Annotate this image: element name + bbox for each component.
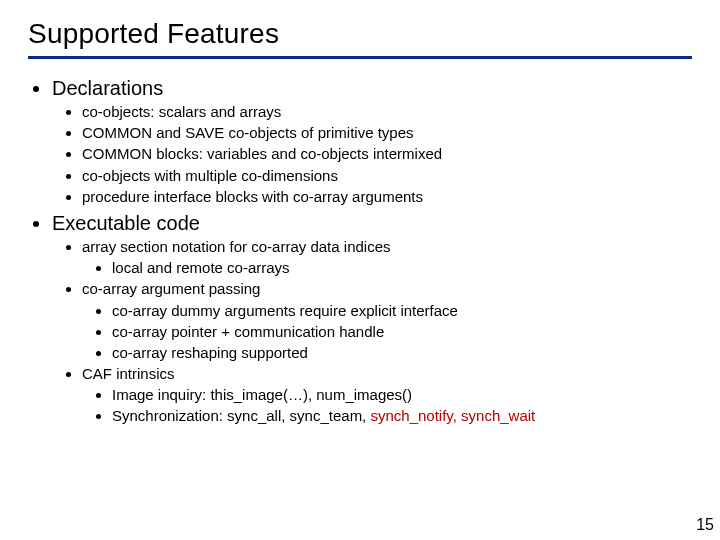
list-item: co-array reshaping supported — [112, 343, 692, 362]
section-executable-code: Executable code array section notation f… — [52, 212, 692, 426]
section-heading: Declarations — [52, 77, 163, 99]
item-text: array section notation for co-array data… — [82, 238, 391, 255]
list-item: co-array dummy arguments require explici… — [112, 301, 692, 320]
list-item-synchronization: Synchronization: sync_all, sync_team, sy… — [112, 406, 692, 425]
slide: Supported Features Declarations co-objec… — [0, 0, 720, 540]
list-item: CAF intrinsics Image inquiry: this_image… — [82, 364, 692, 426]
red-text: synch_notify — [370, 407, 452, 424]
item-text: CAF intrinsics — [82, 365, 175, 382]
section-heading: Executable code — [52, 212, 200, 234]
section-declarations: Declarations co-objects: scalars and arr… — [52, 77, 692, 206]
page-number: 15 — [696, 516, 714, 534]
red-text: , — [453, 407, 461, 424]
sub-list: co-array dummy arguments require explici… — [82, 301, 692, 363]
list-item: co-objects with multiple co-dimensions — [82, 166, 692, 185]
list-item: array section notation for co-array data… — [82, 237, 692, 277]
list-item: procedure interface blocks with co-array… — [82, 187, 692, 206]
sub-list: local and remote co-arrays — [82, 258, 692, 277]
level1-list: Declarations co-objects: scalars and arr… — [28, 77, 692, 426]
executable-code-list: array section notation for co-array data… — [52, 237, 692, 426]
sub-list: Image inquiry: this_image(…), num_images… — [82, 385, 692, 425]
list-item: local and remote co-arrays — [112, 258, 692, 277]
slide-title: Supported Features — [28, 18, 692, 50]
list-item: COMMON blocks: variables and co-objects … — [82, 144, 692, 163]
item-text: co-array argument passing — [82, 280, 260, 297]
list-item: COMMON and SAVE co-objects of primitive … — [82, 123, 692, 142]
sync-prefix: Synchronization: sync_all, sync_team, — [112, 407, 370, 424]
list-item: co-array pointer + communication handle — [112, 322, 692, 341]
list-item: co-array argument passing co-array dummy… — [82, 279, 692, 362]
list-item: co-objects: scalars and arrays — [82, 102, 692, 121]
list-item: Image inquiry: this_image(…), num_images… — [112, 385, 692, 404]
title-underline — [28, 56, 692, 59]
red-text: synch_wait — [461, 407, 535, 424]
declarations-list: co-objects: scalars and arrays COMMON an… — [52, 102, 692, 206]
